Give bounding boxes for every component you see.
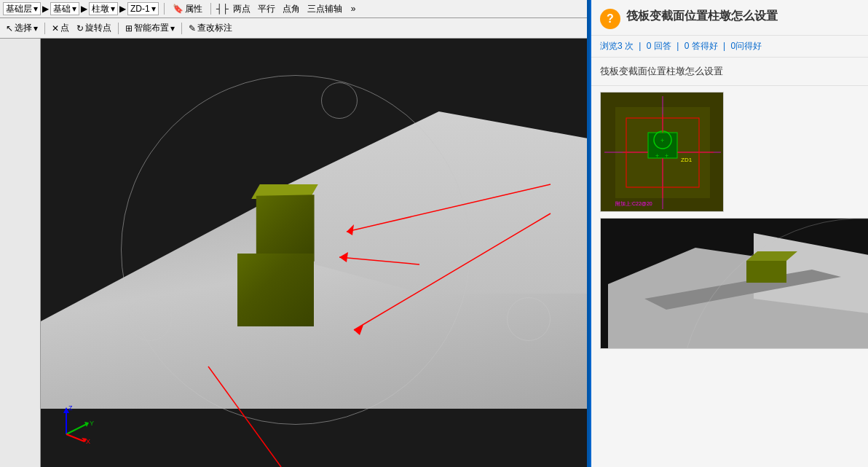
rotate-icon: ↻ [76,23,84,34]
question-description: 筏板变截面位置柱墩怎么设置 [591,58,868,86]
svg-text:+: + [660,137,664,144]
parallel-button[interactable]: 平行 [255,2,278,15]
question-header: ? 筏板变截面位置柱墩怎么设置 [591,0,868,36]
modify-button[interactable]: ✎ 查改标注 [186,22,235,35]
layer-dropdown[interactable]: 基础层 ▾ [3,2,41,15]
coordinate-axes: Z Y X [55,401,99,445]
svg-text:Y: Y [90,420,94,427]
sep2 [210,3,211,15]
id-arrow: ▾ [151,4,156,14]
svg-rect-36 [746,261,786,283]
svg-text:X: X [86,438,90,445]
element-arrow: ▾ [111,4,115,14]
sublayer-dropdown[interactable]: 基础 ▾ [50,2,79,15]
element-label: 柱墩 [92,3,109,15]
good-answers-stat: 0 答得好 [684,41,718,51]
layer-arrow: ▾ [33,4,38,14]
attr-section: 🔖 属性 [170,2,205,15]
scene-canvas: Z Y X [41,39,590,467]
point-label: 点 [60,22,69,34]
twopoint-label: 两点 [233,3,250,15]
thumb-plan-inner: + + + ZD1 附加上:C22@20 [601,93,723,211]
arrow-icon2: ▶ [81,4,87,14]
sep5 [181,23,182,34]
thumb-3d-svg [601,219,868,349]
point-button[interactable]: ✕ 点 [49,22,72,35]
question-title: 筏板变截面位置柱墩怎么设置 [626,9,859,24]
circle-guide-large [121,75,470,425]
viewport-3d[interactable]: Z Y X [41,39,590,467]
svg-text:Z: Z [68,404,73,412]
thumbnail-3d [600,218,868,349]
helpful-stat: 0问得好 [730,41,762,51]
svg-text:附加上:C22@20: 附加上:C22@20 [615,201,652,206]
select-button[interactable]: ↖ 选择 ▾ [3,22,41,35]
thumb-3d-inner [601,219,868,348]
threeaxis-label: 三点辅轴 [307,3,342,15]
divider2: | [676,41,679,51]
smart-label: 智能布置 [134,22,169,34]
svg-text:ZD1: ZD1 [681,157,693,163]
layer-label: 基础层 [6,3,32,15]
pointangle-label: 点角 [283,3,300,15]
sep3 [44,23,45,34]
circle-guide-small-right [507,297,551,341]
divider1: | [639,41,641,51]
id-dropdown[interactable]: ZD-1 ▾ [127,2,159,15]
toolbar-top: 基础层 ▾ ▶ 基础 ▾ ▶ 柱墩 ▾ ▶ ZD-1 ▾ 🔖 属性 ┤├ 两点 [0,0,590,18]
svg-line-13 [66,434,84,442]
select-label: 选择 [15,22,32,34]
sublayer-label: 基础 [53,3,71,15]
point-icon: ✕ [52,23,59,34]
threeaxis-button[interactable]: 三点辅轴 [304,2,345,15]
attr-icon: 🔖 [173,4,184,14]
arrow-icon3: ▶ [119,4,126,14]
question-icon: ? [600,9,620,29]
answers-stat: 0 回答 [647,41,671,51]
rotate-label: 旋转点 [85,22,111,34]
attr-button[interactable]: 🔖 属性 [170,2,205,15]
pointangle-button[interactable]: 点角 [280,2,303,15]
twopoint-button[interactable]: 两点 [230,2,253,15]
svg-text:+: + [665,152,668,160]
divider3: | [723,41,725,51]
circle-guide-small-left [128,297,172,341]
element-dropdown[interactable]: 柱墩 ▾ [89,2,118,15]
svg-text:+: + [655,152,659,160]
sublayer-arrow: ▾ [72,4,76,14]
select-arrow: ▾ [33,23,38,34]
toolbar-second: ↖ 选择 ▾ ✕ 点 ↻ 旋转点 ⊞ 智能布置 ▾ ✎ 查改标注 [0,18,590,39]
circle-guide-top [321,82,358,119]
snap-deco: ┤├ [216,4,229,14]
right-panel: ? 筏板变截面位置柱墩怎么设置 浏览3 次 | 0 回答 | 0 答得好 | 0… [590,0,868,467]
smart-icon: ⊞ [125,23,133,34]
modify-icon: ✎ [189,23,196,34]
arrow-icon: ▶ [42,4,49,14]
sep4 [118,23,119,34]
svg-line-10 [66,423,88,434]
sep1 [164,3,165,15]
smart-arrow: ▾ [170,23,175,34]
layer-section: 基础层 ▾ ▶ 基础 ▾ ▶ 柱墩 ▾ ▶ ZD-1 ▾ [3,2,159,15]
cursor-icon: ↖ [6,23,13,34]
views-stat: 浏览3 次 [600,41,634,51]
parallel-label: 平行 [258,3,275,15]
rotate-button[interactable]: ↻ 旋转点 [74,22,114,35]
id-label: ZD-1 [130,4,150,14]
left-panel [0,39,41,467]
attr-label: 属性 [185,3,202,15]
modify-label: 查改标注 [197,22,232,34]
snap-section: ┤├ 两点 平行 点角 三点辅轴 [216,2,345,15]
expand-icon[interactable]: » [351,4,356,14]
plan-view-svg: + + + ZD1 附加上:C22@20 [601,93,724,212]
thumbnail-plan: + + + ZD1 附加上:C22@20 [600,92,724,212]
smart-button[interactable]: ⊞ 智能布置 ▾ [122,22,178,35]
stats-row: 浏览3 次 | 0 回答 | 0 答得好 | 0问得好 [591,36,868,58]
